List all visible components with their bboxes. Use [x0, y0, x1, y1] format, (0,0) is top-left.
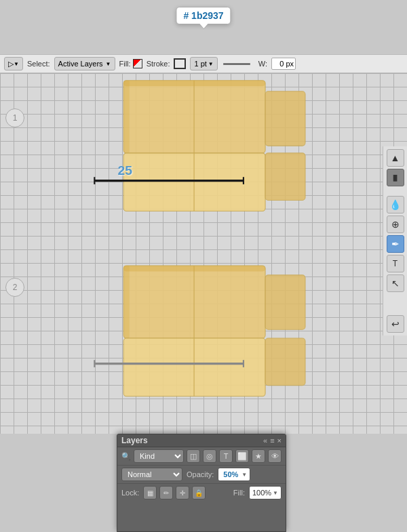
fill-input-wrap: 100% ▼: [249, 486, 282, 499]
layers-controls: « ≡ ×: [263, 436, 282, 445]
stroke-style-btn[interactable]: [223, 63, 250, 65]
svg-rect-4: [123, 81, 130, 153]
fill-dropdown-arrow[interactable]: ▼: [273, 490, 278, 496]
svg-rect-2: [265, 91, 305, 146]
layer-icon-btn-3[interactable]: T: [219, 449, 233, 463]
opacity-value: 50%: [221, 470, 240, 478]
canvas-svg: 25: [0, 73, 407, 434]
lock-move-icon: ✛: [180, 489, 185, 497]
scroll-up-btn[interactable]: ▲: [387, 149, 404, 167]
select-tool-btn[interactable]: ▷ ▼: [4, 57, 23, 70]
lock-pixels-btn[interactable]: ▦: [143, 486, 157, 499]
active-layers-arrow: ▼: [106, 61, 111, 67]
layer-type-icon: T: [224, 452, 229, 460]
svg-text:25: 25: [118, 163, 133, 178]
fill-area: Fill:: [119, 59, 142, 68]
opacity-dropdown-arrow[interactable]: ▼: [241, 472, 247, 478]
fill-value: 100%: [252, 489, 271, 497]
zoom-icon: ⊕: [391, 219, 400, 230]
svg-rect-15: [123, 266, 265, 272]
stroke-weight-arrow: ▼: [208, 61, 214, 67]
eyedropper-btn[interactable]: 💧: [387, 196, 404, 213]
svg-rect-14: [265, 275, 305, 329]
stroke-weight-value: 1 pt: [194, 60, 206, 68]
kind-select[interactable]: Kind: [134, 449, 184, 463]
right-toolbar: ▲ █ 💧 ⊕ ✒ T ↖ ↩: [383, 146, 407, 335]
pen-tool-btn[interactable]: ✒: [387, 235, 404, 253]
active-layers-label: Active Layers: [58, 60, 103, 68]
arrow-select-btn[interactable]: ↖: [387, 274, 404, 292]
width-label: W:: [258, 60, 267, 68]
layers-header: Layers « ≡ ×: [117, 434, 286, 447]
lock-position-btn[interactable]: ✏: [159, 486, 173, 499]
stroke-weight-select[interactable]: 1 pt ▼: [190, 57, 217, 70]
search-icon: 🔍: [121, 452, 131, 461]
layers-close-btn[interactable]: ×: [277, 436, 282, 445]
layer-icon-btn-2[interactable]: ◎: [203, 449, 216, 463]
scroll-indicator: █: [387, 169, 404, 186]
scroll-up-icon: ▲: [391, 152, 400, 163]
layer-icon-btn-4[interactable]: ⬜: [235, 449, 249, 463]
layers-blend-row: Normal Opacity: 50% ▼: [117, 466, 286, 484]
layer-smart-icon: ★: [255, 452, 262, 461]
layers-title: Layers: [121, 436, 148, 445]
lock-icons: ▦ ✏ ✛ 🔒: [143, 486, 206, 499]
layers-collapse-btn[interactable]: «: [263, 436, 267, 445]
fill-label: Fill:: [119, 60, 131, 68]
lock-position-icon: ✏: [163, 489, 169, 497]
text-tool-btn[interactable]: T: [387, 255, 404, 272]
tool-dropdown-arrow: ▼: [14, 61, 19, 67]
svg-rect-3: [123, 81, 265, 87]
layers-menu-btn[interactable]: ≡: [270, 436, 274, 445]
lock-all-icon: 🔒: [195, 489, 203, 497]
color-value: # 1b2937: [183, 10, 223, 21]
fill-label-layers: Fill:: [233, 489, 245, 497]
eyedropper-icon: 💧: [389, 199, 401, 210]
select-label: Select:: [27, 60, 50, 68]
lock-label: Lock:: [121, 489, 139, 497]
layer-pixel-icon: ◫: [190, 452, 197, 461]
arrow-icon: ▷: [8, 60, 14, 68]
undo-btn[interactable]: ↩: [387, 315, 404, 333]
lock-all-btn[interactable]: 🔒: [192, 486, 206, 499]
layers-lock-row: Lock: ▦ ✏ ✛ 🔒 Fill: 100% ▼: [117, 484, 286, 502]
lock-pixels-icon: ▦: [147, 489, 153, 497]
layer-adjust-icon: ◎: [206, 452, 213, 461]
zoom-btn[interactable]: ⊕: [387, 216, 404, 233]
opacity-input-wrap: 50% ▼: [218, 468, 250, 481]
layers-filter-row: 🔍 Kind ◫ ◎ T ⬜ ★ 👁: [117, 447, 286, 466]
layer-icon-btn-5[interactable]: ★: [252, 449, 265, 463]
svg-rect-7: [265, 153, 305, 201]
layer-icon-btn-6[interactable]: 👁: [268, 449, 282, 463]
text-icon: T: [393, 259, 398, 268]
stroke-label: Stroke:: [147, 60, 170, 68]
layer-icon-btn-1[interactable]: ◫: [187, 449, 200, 463]
svg-rect-19: [265, 338, 305, 386]
undo-icon: ↩: [391, 319, 400, 329]
main-toolbar: ▷ ▼ Select: Active Layers ▼ Fill: Stroke…: [0, 54, 407, 73]
arrow-select-icon: ↖: [391, 278, 400, 289]
layer-eye-icon: 👁: [271, 452, 279, 460]
pen-icon: ✒: [391, 239, 400, 249]
stroke-color-swatch[interactable]: [174, 58, 186, 69]
lock-move-btn[interactable]: ✛: [176, 486, 189, 499]
color-tooltip: # 1b2937: [176, 7, 231, 24]
svg-rect-16: [123, 266, 130, 338]
canvas-area: 1 2 25: [0, 73, 407, 434]
fill-color-swatch[interactable]: [133, 59, 142, 68]
layers-panel: Layers « ≡ × 🔍 Kind ◫ ◎ T ⬜ ★ 👁: [117, 434, 286, 532]
layer-shape-icon: ⬜: [237, 452, 247, 461]
active-layers-select[interactable]: Active Layers ▼: [54, 57, 115, 70]
width-input[interactable]: 0 px: [271, 58, 296, 70]
opacity-label: Opacity:: [187, 470, 214, 478]
blend-mode-select[interactable]: Normal: [121, 468, 182, 481]
